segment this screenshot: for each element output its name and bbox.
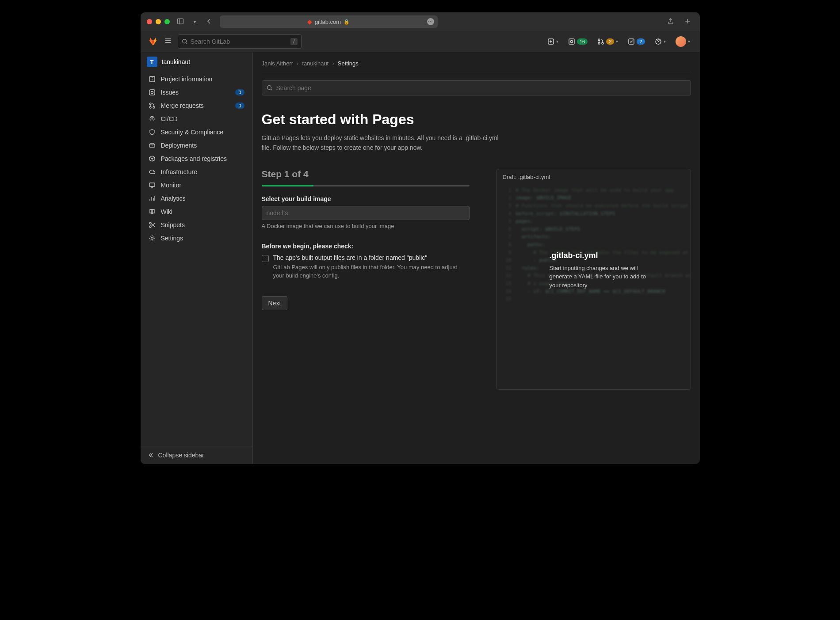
breadcrumb-part[interactable]: tanukinaut bbox=[302, 60, 328, 67]
new-tab-icon[interactable] bbox=[681, 18, 694, 26]
minimize-window-icon[interactable] bbox=[156, 19, 161, 24]
hamburger-icon[interactable] bbox=[163, 35, 173, 48]
url-bar[interactable]: ◆ gitlab.com 🔒 ⋯ bbox=[220, 15, 438, 28]
global-search[interactable]: / bbox=[178, 34, 302, 49]
next-button[interactable]: Next bbox=[262, 296, 288, 310]
sidebar-item-snippets[interactable]: Snippets bbox=[144, 218, 249, 232]
merge-requests-link[interactable]: 2 ▾ bbox=[595, 36, 621, 47]
analytics-icon bbox=[149, 195, 156, 202]
gitlab-favicon-icon: ◆ bbox=[307, 18, 312, 25]
scissors-icon bbox=[149, 221, 156, 228]
svg-point-15 bbox=[598, 42, 600, 44]
page-title: Get started with Pages bbox=[262, 111, 691, 128]
project-header[interactable]: T tanukinaut bbox=[141, 52, 252, 72]
yaml-preview-panel: Draft: .gitlab-ci.yml 1# The Docker imag… bbox=[496, 169, 691, 390]
page-search-input[interactable] bbox=[276, 84, 686, 91]
global-search-input[interactable] bbox=[191, 38, 288, 45]
sidebar-item-label: Wiki bbox=[161, 208, 172, 215]
sidebar-item-cicd[interactable]: CI/CD bbox=[144, 112, 249, 126]
progress-bar bbox=[262, 185, 470, 186]
collapse-sidebar-button[interactable]: Collapse sidebar bbox=[141, 446, 252, 464]
chevron-left-icon bbox=[148, 452, 154, 458]
page-search[interactable] bbox=[262, 80, 691, 95]
sidebar-item-deployments[interactable]: Deployments bbox=[144, 139, 249, 152]
book-icon bbox=[149, 208, 156, 215]
checkbox-label: The app's built output files are in a fo… bbox=[273, 254, 470, 261]
search-icon bbox=[267, 85, 273, 91]
svg-point-41 bbox=[267, 86, 271, 90]
close-window-icon[interactable] bbox=[147, 19, 152, 24]
sidebar-item-security[interactable]: Security & Compliance bbox=[144, 126, 249, 139]
svg-line-8 bbox=[186, 42, 187, 44]
reader-icon[interactable]: ⋯ bbox=[427, 18, 434, 25]
chevron-down-icon[interactable]: ▾ bbox=[191, 19, 199, 24]
chevron-down-icon: ▾ bbox=[688, 39, 690, 44]
svg-point-13 bbox=[571, 40, 573, 42]
back-button[interactable] bbox=[203, 18, 215, 26]
lock-icon: 🔒 bbox=[344, 19, 350, 25]
sidebar-item-packages[interactable]: Packages and registries bbox=[144, 152, 249, 165]
sidebar-item-issues[interactable]: Issues 0 bbox=[144, 86, 249, 99]
project-sidebar: T tanukinaut Project information Issues … bbox=[141, 52, 253, 464]
checkbox-help: GitLab Pages will only publish files in … bbox=[273, 263, 470, 280]
svg-point-23 bbox=[151, 91, 153, 94]
sidebar-item-settings[interactable]: Settings bbox=[144, 232, 249, 245]
sidebar-item-merge-requests[interactable]: Merge requests 0 bbox=[144, 99, 249, 112]
check-heading: Before we begin, please check: bbox=[262, 243, 470, 250]
public-folder-checkbox[interactable] bbox=[262, 255, 269, 262]
build-image-input[interactable] bbox=[262, 206, 470, 220]
chevron-right-icon: › bbox=[332, 60, 334, 67]
chevron-down-icon: ▾ bbox=[664, 39, 666, 44]
issues-link[interactable]: 16 bbox=[565, 36, 590, 47]
window-controls bbox=[147, 19, 170, 24]
svg-rect-17 bbox=[629, 39, 634, 44]
sidebar-toggle-icon[interactable] bbox=[174, 18, 187, 26]
sidebar-item-wiki[interactable]: Wiki bbox=[144, 205, 249, 218]
user-menu[interactable]: ▾ bbox=[673, 34, 693, 49]
sidebar-item-monitor[interactable]: Monitor bbox=[144, 179, 249, 192]
issues-count-badge: 16 bbox=[577, 38, 588, 45]
sidebar-item-infrastructure[interactable]: Infrastructure bbox=[144, 165, 249, 179]
collapse-label: Collapse sidebar bbox=[158, 452, 204, 459]
progress-fill bbox=[262, 185, 314, 186]
share-icon[interactable] bbox=[664, 18, 677, 26]
svg-point-36 bbox=[149, 222, 151, 224]
svg-line-39 bbox=[151, 223, 155, 226]
top-navigation: / ▾ 16 2 ▾ 2 ▾ ▾ bbox=[141, 31, 700, 52]
svg-line-38 bbox=[151, 224, 155, 227]
todos-link[interactable]: 2 bbox=[625, 36, 647, 47]
page-description: GitLab Pages lets you deploy static webs… bbox=[262, 133, 509, 153]
mr-count-badge: 2 bbox=[606, 38, 614, 45]
svg-rect-29 bbox=[149, 183, 155, 186]
sidebar-item-label: CI/CD bbox=[161, 115, 178, 122]
svg-point-37 bbox=[149, 226, 151, 228]
url-text: gitlab.com bbox=[315, 19, 341, 25]
sidebar-item-label: Security & Compliance bbox=[161, 129, 224, 136]
svg-point-26 bbox=[153, 107, 155, 108]
shield-icon bbox=[149, 129, 156, 136]
cloud-icon bbox=[149, 168, 156, 175]
yaml-overlay-title: .gitlab-ci.yml bbox=[550, 251, 677, 260]
project-name: tanukinaut bbox=[162, 58, 191, 65]
create-menu[interactable]: ▾ bbox=[545, 36, 561, 47]
sidebar-item-analytics[interactable]: Analytics bbox=[144, 192, 249, 205]
gitlab-logo-icon[interactable] bbox=[148, 36, 158, 47]
svg-point-25 bbox=[149, 107, 151, 108]
svg-point-40 bbox=[151, 237, 153, 240]
search-shortcut-hint: / bbox=[290, 38, 297, 45]
svg-point-24 bbox=[149, 103, 151, 105]
sidebar-item-label: Settings bbox=[161, 235, 183, 242]
svg-point-14 bbox=[598, 39, 600, 41]
svg-point-7 bbox=[182, 39, 186, 43]
svg-point-21 bbox=[152, 78, 152, 78]
svg-line-42 bbox=[271, 89, 272, 91]
info-icon bbox=[149, 76, 156, 83]
maximize-window-icon[interactable] bbox=[164, 19, 170, 24]
svg-rect-0 bbox=[177, 19, 183, 24]
sidebar-item-label: Deployments bbox=[161, 142, 197, 149]
project-avatar: T bbox=[147, 57, 157, 67]
sidebar-item-project-information[interactable]: Project information bbox=[144, 72, 249, 86]
merge-icon bbox=[149, 102, 156, 109]
breadcrumb-part[interactable]: Janis Altherr bbox=[262, 60, 294, 67]
help-menu[interactable]: ▾ bbox=[652, 36, 668, 47]
